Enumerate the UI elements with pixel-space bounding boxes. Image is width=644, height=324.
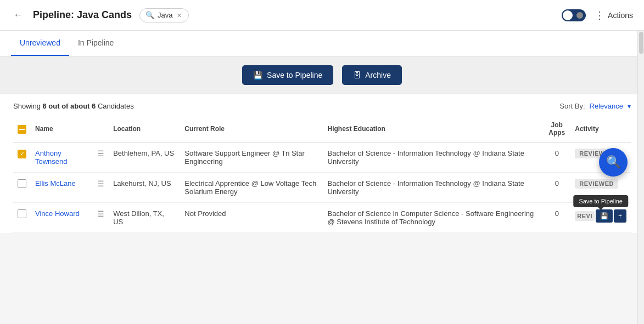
action-bar: 💾 Save to Pipeline 🗄 Archive [0,56,644,94]
summary-text: Showing 6 out of about 6 Candidates [13,102,134,110]
page-title: Pipeline: Java Cands [33,9,132,21]
candidates-table-wrap: Name Location Current Role Highest Educa… [0,116,644,233]
candidate-education-1: Bachelor of Science - Information Techno… [323,143,544,173]
save-to-pipeline-button[interactable]: 💾 Save to Pipeline [242,65,333,85]
candidate-name-link-2[interactable]: Ellis McLane [35,179,76,187]
doc-icon-3: ☰ [97,209,104,218]
candidate-location-1: Bethlehem, PA, US [109,143,180,173]
sort-by-label: Sort By: [559,102,585,110]
sort-value: Relevance [590,102,623,110]
candidate-education-3: Bachelor of Science in Computer Science … [323,203,544,233]
row-checkbox-1[interactable]: ✓ [18,150,26,158]
col-header-education: Highest Education [323,116,544,143]
doc-icon-1: ☰ [97,149,104,158]
doc-icon-2: ☰ [97,179,104,188]
tooltip-label: Save to Pipeline [579,198,623,204]
archive-button[interactable]: 🗄 Archive [342,65,402,85]
search-icon: 🔍 [145,11,154,19]
row-checkbox-2[interactable] [18,179,26,188]
table-row: Ellis McLane ☰ Lakehurst, NJ, US Electri… [13,173,631,203]
toggle-right-dot [576,12,583,19]
candidate-role-1: Software Support Engineer @ Tri Star Eng… [180,143,323,173]
col-header-role: Current Role [180,116,323,143]
actions-label: Actions [608,11,633,20]
table-header-row: Name Location Current Role Highest Educa… [13,116,631,143]
candidate-name-link-3[interactable]: Vince Howard [35,209,80,218]
summary-row: Showing 6 out of about 6 Candidates Sort… [0,94,644,116]
reviewed-badge-2: REVIEWED [575,179,618,189]
candidate-job-apps-1: 0 [543,143,570,173]
toggle-knob [563,10,573,20]
row-checkbox-3[interactable] [18,209,26,218]
select-all-checkbox[interactable] [18,125,26,134]
activity-popup-container: Save to Pipeline REVI 💾 + [575,209,626,223]
save-icon: 💾 [253,71,262,79]
toggle-track[interactable] [562,9,586,21]
candidate-location-2: Lakehurst, NJ, US [109,173,180,203]
table-row: Vince Howard ☰ West Dillon, TX, US Not P… [13,203,631,233]
tabs-bar: Unreviewed In Pipeline [0,31,644,56]
col-header-doc [93,116,109,143]
col-header-activity: Activity [570,116,631,143]
showing-prefix: Showing [13,102,42,110]
table-row: ✓ Anthony Townsend ☰ Bethlehem, PA, US S… [13,143,631,173]
search-tag-text: Java [158,11,172,19]
search-tag-close-button[interactable]: × [176,11,183,20]
scrollbar[interactable] [637,31,644,233]
actions-button[interactable]: ⋮ Actions [595,9,633,21]
candidates-table: Name Location Current Role Highest Educa… [13,116,631,233]
search-filter-pill[interactable]: 🔍 Java × [139,8,189,22]
dots-icon: ⋮ [595,9,604,21]
toggle-container[interactable] [562,9,586,21]
activity-extra-button[interactable]: + [614,209,626,223]
checkmark-icon: ✓ [20,150,25,157]
reviewed-badge-3-partial: REVI [575,211,595,221]
scroll-thumb[interactable] [639,32,643,54]
candidate-location-3: West Dillon, TX, US [109,203,180,233]
archive-label: Archive [365,71,391,79]
candidate-job-apps-2: 0 [543,173,570,203]
save-label: Save to Pipeline [267,71,322,79]
back-button[interactable]: ← [11,7,25,23]
indeterminate-icon [19,129,25,130]
sort-arrow-icon[interactable]: ▾ [628,103,631,110]
candidate-name-link-1[interactable]: Anthony Townsend [35,149,68,166]
tab-unreviewed[interactable]: Unreviewed [11,31,69,56]
candidate-job-apps-3: 0 [543,203,570,233]
showing-suffix: Candidates [96,102,133,110]
search-fab-icon: 🔍 [606,155,621,169]
main-content: Showing 6 out of about 6 Candidates Sort… [0,94,644,233]
showing-count: 6 out of about 6 [42,102,96,110]
header-right: ⋮ Actions [562,9,633,21]
search-fab-button[interactable]: 🔍 [599,148,628,177]
candidate-education-2: Bachelor of Science - Information Techno… [323,173,544,203]
col-header-job-apps: JobApps [543,116,570,143]
candidate-role-2: Electrical Apprentice @ Low Voltage Tech… [180,173,323,203]
header: ← Pipeline: Java Cands 🔍 Java × ⋮ Action… [0,0,644,31]
sort-container: Sort By: Relevance ▾ [559,102,631,110]
col-header-name: Name [31,116,93,143]
tab-in-pipeline[interactable]: In Pipeline [69,31,122,56]
candidate-activity-3: Save to Pipeline REVI 💾 + [570,203,631,233]
candidate-role-3: Not Provided [180,203,323,233]
save-to-pipeline-tooltip: Save to Pipeline [573,195,628,207]
archive-icon: 🗄 [353,71,361,79]
header-left: ← Pipeline: Java Cands 🔍 Java × [11,7,189,23]
col-header-location: Location [109,116,180,143]
